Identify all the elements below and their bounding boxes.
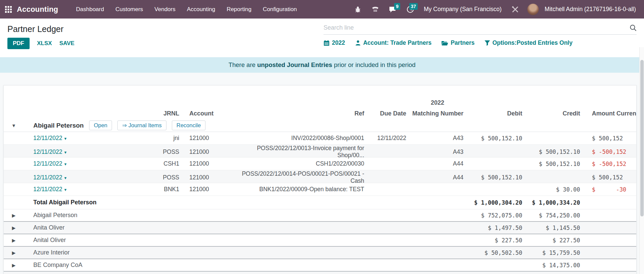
partner-credit: $ 14,375.00 bbox=[525, 262, 583, 269]
app-name[interactable]: Accounting bbox=[17, 5, 58, 14]
col-debit: Debit bbox=[466, 110, 525, 117]
entry-ref: CSH1/2022/00030 bbox=[232, 160, 367, 167]
banner-text-pre: There are bbox=[228, 61, 257, 68]
partner-row-name: Anita Oliver bbox=[24, 224, 155, 231]
col-matching-number: Matching Number bbox=[409, 110, 466, 117]
partner-credit: $ 1,145.50 bbox=[525, 225, 583, 231]
filter-account-label: Account: Trade Partners bbox=[363, 39, 431, 46]
partner-row: ▶ Anital Oliver $ 227.50 $ 227.50 bbox=[4, 234, 636, 247]
filter-options[interactable]: Options:Posted Entries Only bbox=[485, 39, 572, 46]
banner-text-bold: unposted Journal Entries bbox=[257, 61, 332, 68]
account-code: 121000 bbox=[182, 174, 232, 181]
amount-currency: $ -500,152 bbox=[583, 161, 637, 167]
journal-code: BNK1 bbox=[155, 186, 182, 193]
journal-lines: 12/11/2022 jni 121000 INV/2022/00086-Sho… bbox=[4, 132, 636, 196]
account-code: 121000 bbox=[182, 135, 232, 142]
journal-line-row: 12/11/2022 jni 121000 INV/2022/00086-Sho… bbox=[4, 132, 636, 145]
reconcile-button[interactable]: Reconcile bbox=[172, 121, 205, 130]
year-header: 2022 bbox=[409, 99, 466, 106]
top-navbar: Accounting Dashboard Customers Vendors A… bbox=[0, 0, 644, 19]
partner-credit: $ 227.50 bbox=[525, 237, 583, 244]
journal-code: POSS bbox=[155, 174, 182, 181]
entry-date-link[interactable]: 12/11/2022 bbox=[24, 135, 155, 142]
partner-row: ▶ Anita Oliver $ 1,497.50 $ 1,145.50 bbox=[4, 222, 636, 234]
calendar-icon bbox=[324, 40, 330, 46]
partner-row: ▶ Deco Addict $ 111,089.28 $ 1,600.60 bbox=[4, 272, 636, 274]
navbar-left: Accounting Dashboard Customers Vendors A… bbox=[0, 0, 303, 19]
expand-caret-icon[interactable]: ▶ bbox=[4, 213, 24, 218]
search-icon[interactable] bbox=[630, 24, 637, 31]
account-code: 121000 bbox=[182, 186, 232, 193]
expand-caret-icon[interactable]: ▶ bbox=[4, 263, 24, 268]
messages-icon[interactable]: 9 bbox=[385, 0, 400, 19]
control-bar: Partner Ledger PDF XLSX SAVE bbox=[0, 19, 644, 57]
filter-icon bbox=[485, 40, 490, 46]
user-avatar[interactable] bbox=[527, 4, 539, 15]
menu-dashboard[interactable]: Dashboard bbox=[70, 0, 110, 19]
filter-date[interactable]: 2022 bbox=[324, 39, 345, 46]
credit-amount: $ 500,152.10 bbox=[525, 148, 583, 155]
folder-icon bbox=[442, 40, 448, 46]
vertical-scrollbar[interactable] bbox=[639, 47, 644, 274]
amount-currency: $ 500,152 bbox=[583, 135, 637, 142]
unposted-entries-banner: There are unposted Journal Entries prior… bbox=[0, 57, 644, 73]
menu-customers[interactable]: Customers bbox=[110, 0, 149, 19]
navbar-right: 9 37 My Company (San Francisco) Mitchell… bbox=[350, 0, 644, 19]
grid-icon bbox=[5, 6, 12, 13]
col-ref: Ref bbox=[232, 110, 367, 117]
entry-ref: INV/2022/00086-Shop/0001 bbox=[232, 135, 367, 142]
filter-account[interactable]: Account: Trade Partners bbox=[355, 39, 431, 46]
open-button[interactable]: Open bbox=[89, 121, 112, 130]
bug-icon[interactable] bbox=[350, 0, 365, 19]
filter-partners[interactable]: Partners bbox=[442, 39, 475, 46]
account-code: 121000 bbox=[182, 160, 232, 167]
company-switcher[interactable]: My Company (San Francisco) bbox=[420, 6, 505, 13]
pdf-button[interactable]: PDF bbox=[7, 38, 30, 49]
expand-caret-icon[interactable]: ▶ bbox=[4, 250, 24, 255]
menu-reporting[interactable]: Reporting bbox=[221, 0, 257, 19]
due-date: 12/11/2022 bbox=[367, 135, 409, 142]
table-column-headers: JRNL Account Ref Due Date Matching Numbe… bbox=[4, 108, 636, 119]
xlsx-button[interactable]: XLSX bbox=[37, 40, 52, 47]
voip-phone-icon[interactable] bbox=[368, 0, 383, 19]
debit-amount: $ 500,152.10 bbox=[466, 135, 525, 142]
partner-name: Abigail Peterson bbox=[24, 122, 84, 129]
menu-configuration[interactable]: Configuration bbox=[257, 0, 303, 19]
user-menu[interactable]: Mitchell Admin (21767196-16-0-all) bbox=[541, 6, 639, 13]
partner-debit: $ 50,502.50 bbox=[466, 249, 525, 256]
entry-date-link[interactable]: 12/11/2022 bbox=[24, 186, 155, 193]
support-tools-icon[interactable] bbox=[508, 0, 523, 19]
matching-number: A44 bbox=[409, 160, 466, 167]
activities-clock-icon[interactable]: 37 bbox=[403, 0, 418, 19]
journal-code: jni bbox=[155, 135, 182, 142]
entry-date-link[interactable]: 12/11/2022 bbox=[24, 160, 155, 167]
entry-date-link[interactable]: 12/11/2022 bbox=[24, 148, 155, 156]
menu-vendors[interactable]: Vendors bbox=[149, 0, 181, 19]
search-input[interactable] bbox=[324, 24, 630, 31]
journal-line-row: 12/11/2022 POSS 121000 POSS/2022/12/0013… bbox=[4, 145, 636, 158]
menu-accounting[interactable]: Accounting bbox=[181, 0, 221, 19]
entry-ref: POSS/2022/12/0014-POS/00021-POS/00021 - … bbox=[232, 170, 367, 184]
entry-ref: POSS/2022/12/0013-Invoice payment for Sh… bbox=[232, 145, 367, 159]
partner-row: ▶ BE Company CoA $ 14,375.00 bbox=[4, 259, 636, 272]
partner-row: ▶ Abigail Peterson $ 752,075.00 $ 754,25… bbox=[4, 209, 636, 222]
partner-debit: $ 752,075.00 bbox=[466, 212, 525, 219]
apps-grid-icon[interactable] bbox=[0, 0, 17, 19]
partner-row-name: Anital Oliver bbox=[24, 237, 155, 244]
journal-code: CSH1 bbox=[155, 160, 182, 167]
expand-caret-icon[interactable]: ▶ bbox=[4, 225, 24, 231]
matching-number: A43 bbox=[409, 135, 466, 142]
partner-group-header: ▼ Abigail Peterson Open ⇒ Journal Items … bbox=[4, 119, 636, 132]
partner-row-name: Azure Interior bbox=[24, 249, 155, 256]
filter-options-label: Options:Posted Entries Only bbox=[492, 39, 572, 46]
collapse-caret-icon[interactable]: ▼ bbox=[4, 123, 24, 128]
journal-items-button[interactable]: ⇒ Journal Items bbox=[117, 121, 166, 130]
expand-caret-icon[interactable]: ▶ bbox=[4, 238, 24, 243]
save-button[interactable]: SAVE bbox=[59, 40, 74, 47]
partner-summary-rows: ▶ Abigail Peterson $ 752,075.00 $ 754,25… bbox=[4, 209, 636, 274]
entry-date-link[interactable]: 12/11/2022 bbox=[24, 174, 155, 181]
partner-credit: $ 754,250.00 bbox=[525, 212, 583, 219]
partner-row-name: Abigail Peterson bbox=[24, 212, 155, 219]
scrollbar-thumb[interactable] bbox=[640, 60, 644, 216]
partner-row-name: BE Company CoA bbox=[24, 262, 155, 269]
